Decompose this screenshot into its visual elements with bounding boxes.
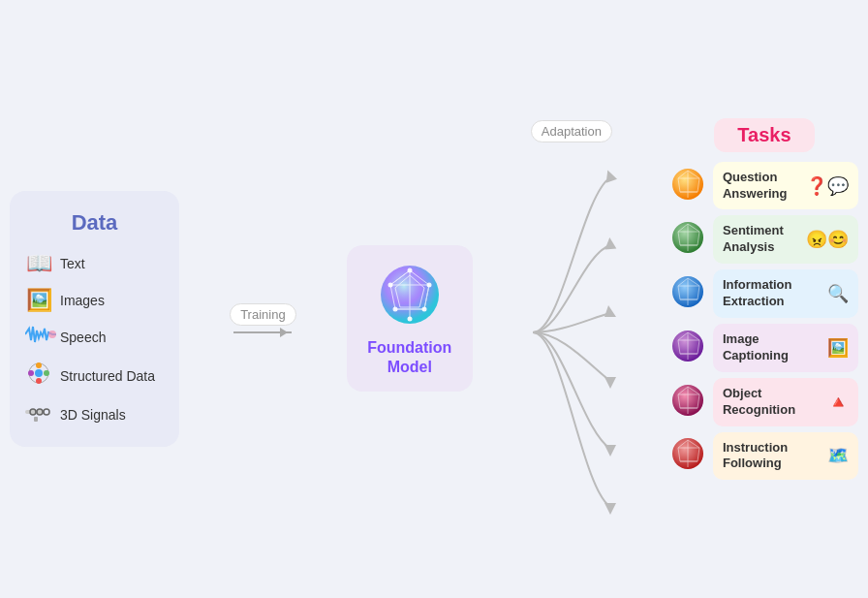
svg-point-25 [407,317,412,322]
svg-point-24 [388,283,392,288]
task-card-info: Information Extraction 🔍 [713,269,858,318]
task-row-sentiment: Sentiment Analysis 😠😊 [670,215,858,264]
svg-point-20 [407,268,412,273]
task-card-instruction: Instruction Following 🗺️ [713,432,858,481]
object-globe [670,383,705,422]
task-row-object: Object Recognition 🔺 [670,378,858,426]
data-item-structured: Structured Data [25,362,155,391]
data-panel: Data 📖 Text 🖼️ Images Speech [10,191,179,447]
task-card-sentiment: Sentiment Analysis 😠😊 [713,215,858,264]
data-item-3d: 3D Signals [25,402,126,427]
speech-label: Speech [60,330,106,345]
svg-marker-26 [602,168,616,182]
task-row-info: Information Extraction 🔍 [670,269,858,318]
speech-icon [25,325,52,350]
sentiment-label: Sentiment Analysis [723,223,784,256]
training-arrow [233,331,292,333]
adaptation-label: Adaptation [531,120,612,142]
text-label: Text [60,256,85,271]
adaptation-arrows-svg [523,148,620,517]
data-title: Data [72,210,118,236]
task-row-qa: Question Answering ❓💬 [670,162,858,210]
svg-point-21 [426,283,431,288]
caption-label: Image Captioning [723,331,789,364]
tasks-panel: Tasks [670,118,858,481]
foundation-globe-svg [376,261,444,329]
training-label: Training [230,303,295,326]
svg-point-2 [35,369,43,377]
sentiment-globe [670,220,705,259]
svg-rect-11 [34,417,38,422]
svg-point-3 [28,370,34,376]
structured-label: Structured Data [60,368,155,384]
adaptation-section: Adaptation [523,120,620,517]
qa-label: Question Answering [723,170,787,203]
3d-label: 3D Signals [60,407,126,423]
instruction-label: Instruction Following [723,440,788,473]
svg-point-5 [36,362,42,368]
sentiment-icon: 😠😊 [806,229,849,250]
caption-globe [670,329,705,367]
svg-marker-28 [604,305,616,317]
svg-point-22 [421,307,426,312]
tasks-title-box: Tasks [714,118,814,152]
3d-icon [25,402,52,427]
object-icon: 🔺 [827,392,849,413]
task-row-caption: Image Captioning 🖼️ [670,324,858,372]
object-label: Object Recognition [723,386,795,419]
svg-point-6 [36,378,42,384]
foundation-section: Foundation Model [347,245,473,391]
qa-icon: ❓💬 [806,175,849,197]
svg-point-23 [392,307,397,312]
svg-marker-30 [604,445,616,456]
info-icon: 🔍 [827,283,849,304]
qa-globe [670,167,705,205]
foundation-box: Foundation Model [347,245,473,391]
foundation-title: Foundation Model [364,338,455,375]
task-row-instruction: Instruction Following 🗺️ [670,432,858,481]
info-label: Information Extraction [723,277,792,310]
data-item-speech: Speech [25,325,106,350]
images-label: Images [60,293,105,308]
data-item-text: 📖 Text [25,251,85,276]
images-icon: 🖼️ [25,288,52,313]
svg-marker-31 [604,503,616,515]
training-section: Training [230,303,295,333]
svg-marker-27 [604,237,616,250]
foundation-globe-container [364,261,455,332]
data-item-images: 🖼️ Images [25,288,105,313]
task-card-qa: Question Answering ❓💬 [713,162,858,210]
caption-icon: 🖼️ [827,337,849,359]
structured-icon [25,362,52,391]
svg-marker-29 [604,377,616,389]
task-card-object: Object Recognition 🔺 [713,378,858,426]
svg-point-4 [44,370,49,376]
info-globe [670,274,705,313]
task-card-caption: Image Captioning 🖼️ [713,324,858,372]
instruction-icon: 🗺️ [827,445,849,466]
text-icon: 📖 [25,251,52,276]
instruction-globe [670,436,705,475]
tasks-title: Tasks [737,124,790,145]
main-container: Data 📖 Text 🖼️ Images Speech [0,0,868,598]
svg-point-0 [48,330,56,338]
